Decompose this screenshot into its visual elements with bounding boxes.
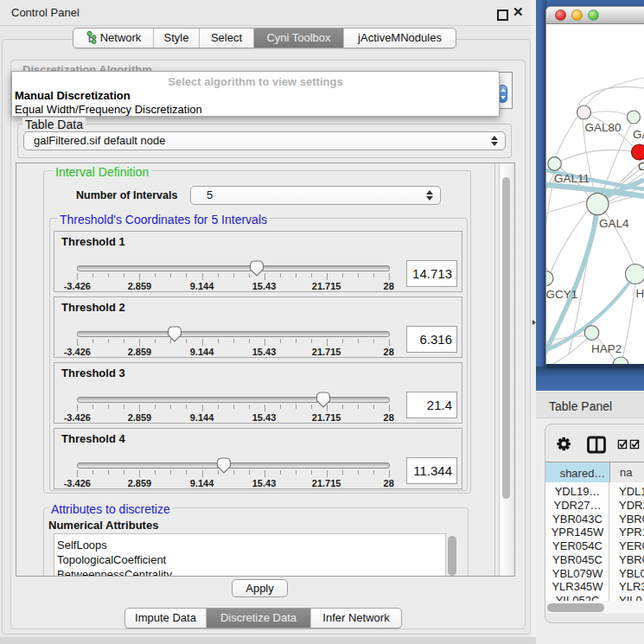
svg-text:GAL80: GAL80 <box>585 121 622 134</box>
svg-text:CDC: CDC <box>638 160 644 173</box>
svg-text:GCY1: GCY1 <box>546 288 577 301</box>
svg-text:HIS: HIS <box>636 287 644 300</box>
svg-text:GAL11: GAL11 <box>554 172 590 185</box>
svg-text:GAL3: GAL3 <box>633 128 644 141</box>
svg-text:GAL4: GAL4 <box>599 217 629 230</box>
svg-text:HAP2: HAP2 <box>591 342 622 355</box>
